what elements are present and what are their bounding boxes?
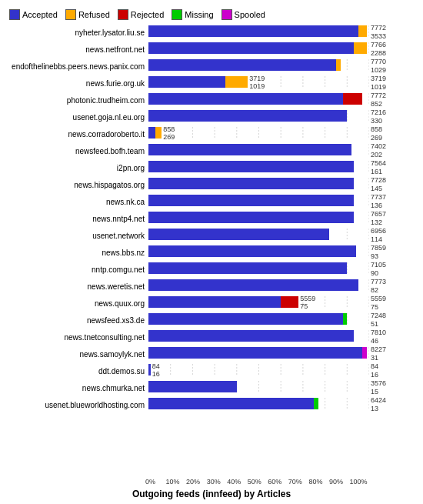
legend-color [65, 9, 76, 20]
row-label: news.bbs.nz [6, 249, 148, 257]
bar-rejected [281, 296, 298, 308]
bar-row: endofthelinebbs.peers.news.panix.com7770… [6, 58, 417, 74]
bar-accepted [148, 279, 358, 291]
row-label: usenet.blueworldhosting.com [6, 401, 148, 409]
bar-numbers-right: 858269 [369, 125, 417, 142]
bar-numbers-right: 822731 [369, 345, 417, 362]
bar-numbers-right: 37191019 [369, 75, 417, 92]
bar-row: news.netfront.net77662288 [6, 42, 417, 57]
row-label: news.samoylyk.net [6, 350, 148, 359]
bar-accepted [148, 25, 358, 37]
chart-container: AcceptedRefusedRejectedMissingSpooled ny… [0, 0, 423, 504]
bar-numbers-right: 7737136 [369, 193, 417, 210]
bar-row: news.bbs.nz785993 [6, 245, 417, 260]
bar-wrapper [148, 59, 369, 73]
bar-row: news.weretis.net777382 [6, 279, 417, 294]
bar-wrapper [148, 245, 369, 259]
x-tick-label: 40% [227, 478, 248, 486]
bar-numbers-right: 7728145 [369, 176, 417, 193]
row-label: photonic.trudheim.com [6, 96, 148, 105]
row-label: news.nk.ca [6, 198, 148, 206]
bar-area [148, 161, 369, 172]
bar-accepted [148, 161, 354, 172]
bar-wrapper [148, 212, 369, 225]
bar-wrapper: 858269 [148, 127, 369, 141]
bar-wrapper [148, 381, 369, 395]
x-axis-title: Outgoing feeds (innfeed) by Articles [3, 489, 420, 499]
bar-accepted [148, 330, 354, 342]
bar-area: 8416 [148, 364, 369, 375]
bar-wrapper: 555975 [148, 296, 369, 310]
bar-accepted [148, 93, 343, 105]
bar-numbers-right: 777382 [369, 278, 417, 295]
bar-area [148, 279, 369, 291]
bar-area: 37191019 [148, 76, 369, 88]
bar-wrapper [148, 110, 369, 124]
row-label: newsfeed.bofh.team [6, 147, 148, 155]
bar-numbers-right: 724851 [369, 312, 417, 329]
x-tick-label: 60% [268, 478, 288, 486]
bar-accepted [148, 245, 356, 257]
bar-numbers-right: 357615 [369, 379, 417, 396]
bar-area [148, 59, 369, 71]
x-tick-label: 0% [145, 478, 166, 486]
bar-missing [314, 398, 318, 409]
bar-numbers-right: 781046 [369, 329, 417, 345]
bar-area [148, 110, 369, 122]
bar-spooled [362, 347, 367, 359]
bar-numbers-right: 7657132 [369, 210, 417, 227]
bar-accepted [148, 262, 347, 274]
bar-row: usenet.network6956114 [6, 228, 417, 243]
bar-wrapper [148, 93, 369, 107]
bar-accepted [148, 364, 151, 375]
bar-wrapper [148, 195, 369, 209]
row-label: nntp.comgu.net [6, 265, 148, 274]
bar-accepted [148, 296, 281, 308]
bar-accepted [148, 313, 343, 325]
bar-area [148, 229, 369, 240]
bar-numbers-right: 7402202 [369, 142, 417, 159]
bar-row: news.hispagatos.org7728145 [6, 177, 417, 192]
bar-area [148, 195, 369, 206]
bar-area: 858269 [148, 127, 369, 139]
bar-numbers-right: 642413 [369, 396, 417, 413]
row-label: news.netfront.net [6, 45, 148, 54]
bar-row: news.chmurka.net357615 [6, 380, 417, 396]
row-label: news.nntp4.net [6, 215, 148, 223]
legend: AcceptedRefusedRejectedMissingSpooled [3, 6, 420, 25]
bar-inner-label: 8416 [152, 362, 160, 378]
x-tick-label: 80% [308, 478, 329, 486]
x-tick-label: 100% [349, 478, 370, 486]
bar-row: news.furie.org.uk3719101937191019 [6, 75, 417, 91]
bar-refused [336, 59, 341, 71]
legend-label: Rejected [131, 10, 164, 19]
bar-accepted [148, 178, 354, 189]
bar-wrapper [148, 279, 369, 293]
bar-area [148, 262, 369, 274]
bar-numbers-right: 785993 [369, 244, 417, 261]
row-label: newsfeed.xs3.de [6, 316, 148, 325]
chart-area: nyheter.lysator.liu.se77723533news.netfr… [3, 25, 420, 476]
x-tick-label: 50% [248, 478, 268, 486]
x-tick-label: 90% [329, 478, 350, 486]
bar-row: news.tnetconsulting.net781046 [6, 329, 417, 345]
bar-wrapper [148, 398, 369, 412]
row-label: news.corradoroberto.it [6, 130, 148, 139]
bar-wrapper [148, 262, 369, 276]
row-label: i2pn.org [6, 164, 148, 172]
bar-numbers-right: 77701029 [369, 58, 417, 75]
bar-wrapper [148, 313, 369, 327]
bar-refused [358, 25, 367, 37]
bar-area [148, 42, 369, 54]
bar-numbers-right: 7564161 [369, 159, 417, 176]
bar-inner-label: 37191019 [249, 75, 265, 90]
bar-accepted [148, 398, 314, 409]
bar-row: nntp.comgu.net710590 [6, 262, 417, 277]
bar-area [148, 25, 369, 37]
legend-item: Rejected [118, 9, 164, 20]
bar-area: 555975 [148, 296, 369, 308]
bar-accepted [148, 110, 347, 122]
bar-wrapper: 8416 [148, 364, 369, 378]
bar-row: newsfeed.bofh.team7402202 [6, 143, 417, 159]
bar-accepted [148, 229, 329, 240]
